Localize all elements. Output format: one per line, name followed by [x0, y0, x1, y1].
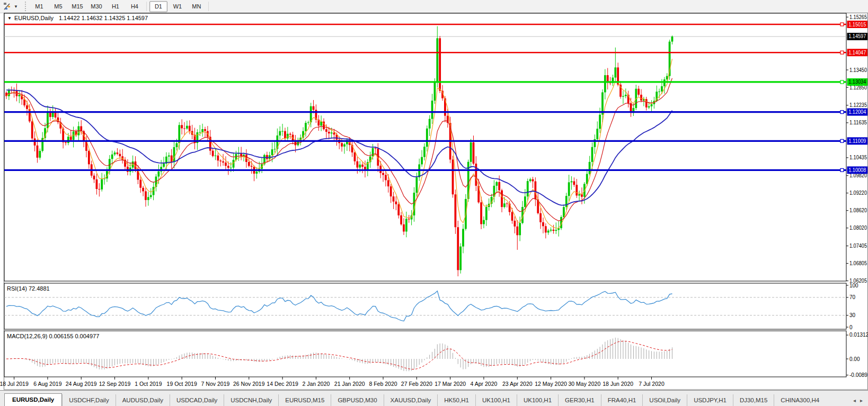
date-axis-label: 12 Sep 2019: [99, 381, 131, 387]
price-axis-badge-label: 1.13034: [848, 79, 866, 85]
price-axis-tick-label: 1.12235: [849, 102, 867, 108]
price-axis-tick-label: 1.15265: [849, 14, 867, 20]
chart-tab-usoil-daily[interactable]: USOil,Daily: [642, 394, 687, 406]
chart-tab-bar: EURUSD,DailyUSDCHF,DailyAUDUSD,DailyUSDC…: [0, 390, 868, 406]
tabs-container: EURUSD,DailyUSDCHF,DailyAUDUSD,DailyUSDC…: [0, 392, 826, 406]
timeframe-button-D1[interactable]: D1: [149, 1, 167, 12]
date-axis-label: 1 Oct 2019: [135, 381, 162, 387]
date-axis-label: 12 May 2020: [535, 381, 567, 387]
price-axis-tick-label: 1.13450: [849, 67, 867, 73]
chart-tab-usdchf-daily[interactable]: USDCHF,Daily: [62, 394, 115, 406]
price-axis-badge-label: 1.14047: [848, 50, 866, 56]
date-axis-label: 8 Feb 2020: [369, 381, 397, 387]
timeframe-button-W1[interactable]: W1: [169, 1, 187, 12]
rsi-axis-label: 0: [849, 324, 853, 330]
rsi-axis-label: 30: [849, 312, 856, 318]
macd-axis-label: -0.00893: [849, 372, 868, 378]
rsi-axis-label: 100: [849, 283, 858, 288]
line-drag-handle[interactable]: [840, 139, 844, 142]
price-axis-badge-label: 1.11009: [848, 138, 866, 144]
chart-tab-uk100-h1[interactable]: UK100,H1: [517, 394, 558, 406]
date-axis-label: 6 Aug 2019: [33, 381, 61, 387]
date-axis-label: 4 Apr 2020: [471, 381, 498, 387]
top-toolbar: ▼ M1M5M15M30H1H4D1W1MN: [0, 0, 868, 13]
tab-scroll-left-icon[interactable]: ◂: [853, 398, 856, 403]
line-drag-handle[interactable]: [840, 168, 844, 172]
timeframe-button-group: M1M5M15M30H1H4D1W1MN: [30, 1, 211, 12]
date-axis-label: 21 Jan 2020: [334, 381, 365, 387]
date-axis-label: 27 Feb 2020: [401, 381, 432, 387]
macd-panel-border: [4, 331, 846, 377]
chart-tab-eurusd-daily[interactable]: EURUSD,Daily: [4, 393, 62, 406]
price-axis-badge-label: 1.15015: [848, 22, 866, 28]
toolbar-separator: [146, 2, 147, 11]
timeframe-button-M5[interactable]: M5: [49, 1, 67, 12]
date-axis-label: 14 Dec 2019: [267, 381, 298, 387]
chevron-down-icon: ▼: [14, 4, 18, 9]
date-axis-label: 7 Nov 2019: [201, 381, 230, 387]
chart-tab-fra40-h1[interactable]: FRA40,H1: [601, 394, 643, 406]
timeframe-button-M1[interactable]: M1: [30, 1, 48, 12]
price-axis-tick-label: 1.09220: [849, 190, 867, 196]
timeframe-button-H4[interactable]: H4: [126, 1, 144, 12]
timeframe-button-H1[interactable]: H1: [107, 1, 125, 12]
chart-tab-audusd-daily[interactable]: AUDUSD,Daily: [116, 394, 170, 406]
price-axis-tick-label: 1.06805: [849, 260, 867, 266]
price-axis-tick-label: 1.08620: [849, 207, 867, 213]
macd-axis-label: 0.00: [849, 356, 860, 362]
chart-tab-hk50-h1[interactable]: HK50,H1: [437, 394, 475, 406]
rsi-axis-label: 70: [849, 294, 856, 300]
toolbar-grip[interactable]: [25, 2, 26, 11]
price-chart-canvas: 1.152651.134501.128501.122351.116351.104…: [0, 13, 868, 390]
line-drag-handle[interactable]: [840, 51, 844, 54]
chart-tab-gbpusd-m30[interactable]: GBPUSD,M30: [331, 394, 383, 406]
timeframe-button-M30[interactable]: M30: [87, 1, 105, 12]
price-axis-tick-label: 1.07405: [849, 243, 867, 249]
chart-tab-usdjpy-h1[interactable]: USDJPY,H1: [687, 394, 733, 406]
tab-scroll-right-icon[interactable]: ▸: [860, 398, 863, 403]
chart-tab-china300-h4[interactable]: CHINA300,H4: [774, 394, 826, 406]
date-axis-label: 2 Jan 2020: [302, 381, 330, 387]
timeframe-button-M15[interactable]: M15: [68, 1, 86, 12]
line-drag-handle[interactable]: [840, 80, 844, 84]
chart-tab-usdcnh-daily[interactable]: USDCNH,Daily: [224, 394, 278, 406]
line-drag-handle[interactable]: [840, 111, 844, 114]
price-axis-tick-label: 1.08020: [849, 225, 867, 231]
chart-tab-dj30-m15[interactable]: DJ30,M15: [733, 394, 774, 406]
timeframe-button-MN[interactable]: MN: [188, 1, 206, 12]
date-axis-label: 30 May 2020: [569, 381, 601, 387]
chart-tab-eurusd-m15[interactable]: EURUSD,M15: [278, 394, 331, 406]
toolbar-separator: [208, 2, 209, 11]
chart-tab-uk100-h1[interactable]: UK100,H1: [475, 394, 517, 406]
date-axis-label: 24 Aug 2019: [66, 381, 97, 387]
cursor-tool-button[interactable]: ▼: [0, 0, 21, 13]
chart-tab-usdcad-daily[interactable]: USDCAD,Daily: [170, 394, 224, 406]
price-axis-badge-label: 1.12004: [848, 109, 866, 115]
date-axis-label: 19 Oct 2019: [167, 381, 197, 387]
date-axis-label: 17 Mar 2020: [435, 381, 466, 387]
macd-axis-label: 0.013121: [849, 332, 868, 338]
price-axis-tick-label: 1.10435: [849, 155, 867, 160]
date-axis-label: 18 Jul 2019: [0, 381, 29, 387]
price-axis-tick-label: 1.11635: [849, 120, 867, 125]
date-axis-label: 18 Jun 2020: [603, 381, 633, 387]
line-drag-handle[interactable]: [840, 23, 844, 26]
chart-tab-xauusd-daily[interactable]: XAUUSD,Daily: [384, 394, 438, 406]
chart-tab-ger30-h1[interactable]: GER30,H1: [558, 394, 601, 406]
date-axis-label: 26 Nov 2019: [233, 381, 265, 387]
date-axis-label: 23 Apr 2020: [502, 381, 533, 387]
price-axis-badge-label: 1.14597: [848, 33, 866, 39]
price-axis-badge-label: 1.10008: [848, 167, 866, 173]
date-axis-label: 7 Jul 2020: [639, 381, 665, 387]
rsi-panel-border: [4, 283, 846, 329]
cursor-draw-icon: [3, 2, 12, 11]
tab-scroll-arrows: ◂ ▸: [853, 398, 868, 406]
